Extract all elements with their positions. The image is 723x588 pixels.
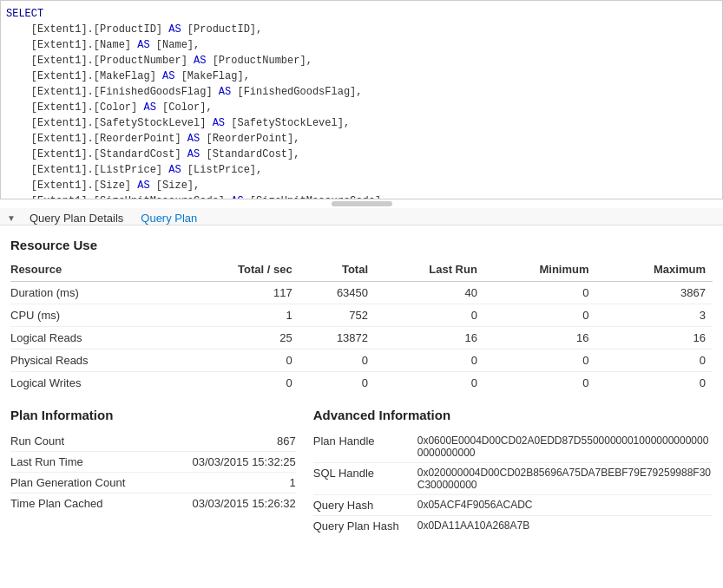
advanced-info-rows: Plan Handle0x0600E0004D00CD02A0EDD87D550… xyxy=(313,431,713,536)
adv-value: 0x0DA11AA10A268A7B xyxy=(417,519,529,532)
adv-value: 0x05ACF4F9056ACADC xyxy=(417,499,533,511)
advanced-info-col: Advanced Information Plan Handle0x0600E0… xyxy=(313,408,713,536)
sql-code: SELECT [Extent1].[ProductID] AS [Product… xyxy=(1,1,722,199)
cell-total_sec: 25 xyxy=(178,327,299,350)
list-item: Query Hash0x05ACF4F9056ACADC xyxy=(313,495,713,516)
col-header: Total / sec xyxy=(178,259,299,282)
list-item: Last Run Time03/03/2015 15:32:25 xyxy=(10,452,296,473)
info-label: Last Run Time xyxy=(10,455,83,468)
adv-value: 0x020000004D00CD02B85696A75DA7BEBF79E792… xyxy=(417,467,713,491)
col-header: Last Run xyxy=(375,259,484,282)
table-row: CPU (ms)1752003 xyxy=(10,304,713,327)
tabs-container: Query Plan DetailsQuery Plan xyxy=(21,212,206,225)
advanced-info-title: Advanced Information xyxy=(313,408,713,422)
plan-info-col: Plan Information Run Count867Last Run Ti… xyxy=(10,408,296,536)
cell-minimum: 0 xyxy=(484,304,596,327)
cell-last_run: 0 xyxy=(375,372,484,395)
list-item: Run Count867 xyxy=(10,431,296,452)
cell-total_sec: 0 xyxy=(178,350,299,372)
cell-total_sec: 0 xyxy=(178,372,299,395)
adv-value: 0x0600E0004D00CD02A0EDD87D55000000010000… xyxy=(417,434,713,459)
cell-total: 0 xyxy=(299,372,375,395)
tabs-bar: ▼ Query Plan DetailsQuery Plan xyxy=(0,208,723,225)
horizontal-scrollbar[interactable] xyxy=(332,201,392,206)
table-row: Logical Reads2513872161616 xyxy=(10,327,713,350)
tab-query-plan-details[interactable]: Query Plan Details xyxy=(21,208,132,228)
cell-minimum: 0 xyxy=(484,282,596,304)
col-header: Minimum xyxy=(484,259,596,282)
plan-info-rows: Run Count867Last Run Time03/03/2015 15:3… xyxy=(10,431,296,513)
cell-resource: Logical Reads xyxy=(10,327,178,350)
resource-table-body: Duration (ms)117634504003867CPU (ms)1752… xyxy=(10,282,713,395)
cell-minimum: 0 xyxy=(484,350,596,372)
adv-label: Query Hash xyxy=(313,499,417,512)
list-item: Query Plan Hash0x0DA11AA10A268A7B xyxy=(313,516,713,536)
cell-total: 13872 xyxy=(299,327,375,350)
info-value: 1 xyxy=(290,476,296,489)
resource-use-title: Resource Use xyxy=(10,238,713,252)
adv-label: Query Plan Hash xyxy=(313,519,417,532)
tab-dropdown-arrow[interactable]: ▼ xyxy=(7,213,16,223)
resource-table-header: ResourceTotal / secTotalLast RunMinimumM… xyxy=(10,259,713,282)
cell-last_run: 16 xyxy=(375,327,484,350)
adv-label: SQL Handle xyxy=(313,467,417,480)
cell-total: 0 xyxy=(299,350,375,372)
col-header: Resource xyxy=(10,259,178,282)
resource-table: ResourceTotal / secTotalLast RunMinimumM… xyxy=(10,259,713,394)
plan-info-title: Plan Information xyxy=(10,408,296,422)
cell-total: 752 xyxy=(299,304,375,327)
info-label: Time Plan Cached xyxy=(10,497,102,510)
info-label: Run Count xyxy=(10,434,64,448)
table-row: Physical Reads00000 xyxy=(10,350,713,372)
cell-total_sec: 1 xyxy=(178,304,299,327)
cell-total: 63450 xyxy=(299,282,375,304)
cell-maximum: 0 xyxy=(596,350,713,372)
cell-resource: Duration (ms) xyxy=(10,282,178,304)
cell-total_sec: 117 xyxy=(178,282,299,304)
col-header: Total xyxy=(299,259,375,282)
list-item: SQL Handle0x020000004D00CD02B85696A75DA7… xyxy=(313,463,713,495)
sql-editor[interactable]: SELECT [Extent1].[ProductID] AS [Product… xyxy=(0,0,723,199)
cell-maximum: 3867 xyxy=(596,282,713,304)
cell-last_run: 0 xyxy=(375,304,484,327)
table-row: Duration (ms)117634504003867 xyxy=(10,282,713,304)
info-section: Plan Information Run Count867Last Run Ti… xyxy=(10,408,713,536)
cell-minimum: 0 xyxy=(484,372,596,395)
tab-query-plan[interactable]: Query Plan xyxy=(132,208,206,228)
cell-resource: CPU (ms) xyxy=(10,304,178,327)
cell-resource: Physical Reads xyxy=(10,350,178,372)
info-label: Plan Generation Count xyxy=(10,476,125,489)
cell-maximum: 0 xyxy=(596,372,713,395)
main-content: Resource Use ResourceTotal / secTotalLas… xyxy=(0,225,723,545)
cell-last_run: 40 xyxy=(375,282,484,304)
info-value: 03/03/2015 15:26:32 xyxy=(192,497,295,510)
cell-maximum: 16 xyxy=(596,327,713,350)
info-value: 867 xyxy=(277,434,296,448)
cell-resource: Logical Writes xyxy=(10,372,178,395)
cell-maximum: 3 xyxy=(596,304,713,327)
list-item: Plan Generation Count1 xyxy=(10,473,296,493)
adv-label: Plan Handle xyxy=(313,434,417,448)
table-row: Logical Writes00000 xyxy=(10,372,713,395)
cell-last_run: 0 xyxy=(375,350,484,372)
info-value: 03/03/2015 15:32:25 xyxy=(192,455,295,468)
cell-minimum: 16 xyxy=(484,327,596,350)
list-item: Plan Handle0x0600E0004D00CD02A0EDD87D550… xyxy=(313,431,713,463)
list-item: Time Plan Cached03/03/2015 15:26:32 xyxy=(10,493,296,513)
col-header: Maximum xyxy=(596,259,713,282)
